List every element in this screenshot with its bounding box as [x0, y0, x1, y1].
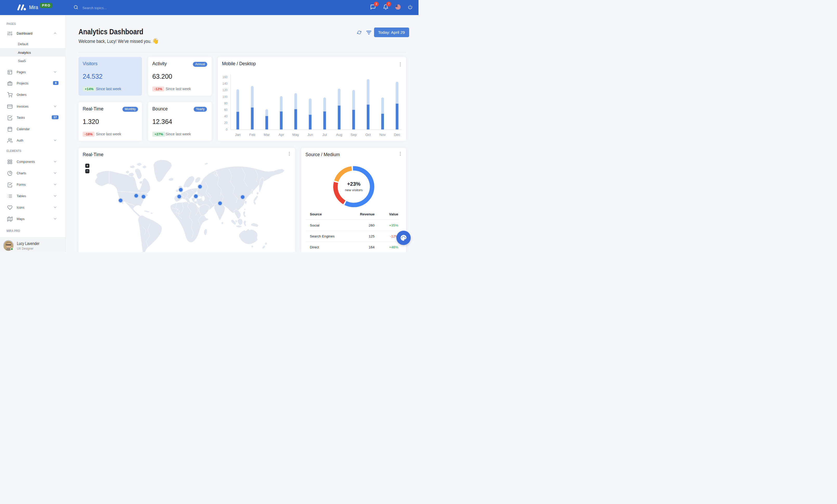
svg-text:Apr: Apr	[279, 133, 284, 137]
svg-text:160: 160	[222, 75, 228, 79]
svg-text:Jul: Jul	[322, 133, 327, 137]
svg-text:Sep: Sep	[351, 133, 357, 137]
svg-text:60: 60	[224, 108, 228, 112]
svg-text:20: 20	[224, 121, 228, 125]
svg-text:Mar: Mar	[264, 133, 270, 137]
svg-text:100: 100	[222, 95, 228, 99]
svg-text:Jun: Jun	[307, 133, 313, 137]
svg-text:Feb: Feb	[249, 133, 255, 137]
svg-text:Oct: Oct	[366, 133, 371, 137]
svg-text:80: 80	[224, 101, 228, 105]
svg-text:140: 140	[222, 82, 228, 86]
svg-text:Aug: Aug	[336, 133, 342, 137]
svg-text:40: 40	[224, 115, 228, 118]
svg-text:May: May	[292, 133, 299, 137]
svg-text:Dec: Dec	[394, 133, 400, 137]
svg-text:Nov: Nov	[379, 133, 386, 137]
svg-text:120: 120	[222, 88, 228, 92]
svg-text:Jan: Jan	[235, 133, 241, 137]
svg-text:0: 0	[226, 128, 228, 131]
